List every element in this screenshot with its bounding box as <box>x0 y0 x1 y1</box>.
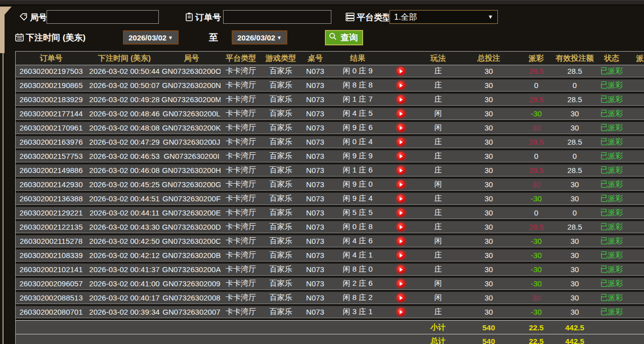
replay-play-icon[interactable] <box>397 208 405 217</box>
replay-play-icon[interactable] <box>397 180 405 189</box>
table-cell: N073 <box>300 193 330 205</box>
table-cell <box>629 164 644 177</box>
order-number-input[interactable] <box>223 10 331 24</box>
subtotal-total-bet: 540 <box>460 321 517 334</box>
table-cell <box>629 264 644 276</box>
play-triangle-icon <box>400 140 403 144</box>
table-cell: 2026-03-02 00:48:08 <box>87 122 162 134</box>
round-number-label: 局号 <box>19 12 47 24</box>
subtotal-row: 小计 540 22.5 442.5 <box>16 320 644 334</box>
table-cell: 30 <box>460 164 517 177</box>
column-header: 结果 <box>330 52 385 65</box>
table-cell: 百家乐 <box>261 65 300 77</box>
table-cell: 2026-03-02 00:41:00 <box>87 278 162 290</box>
replay-cell <box>385 207 416 219</box>
table-cell: -30 <box>517 278 555 290</box>
play-triangle-icon <box>400 112 403 116</box>
replay-play-icon[interactable] <box>397 109 405 118</box>
round-number-input[interactable] <box>47 10 159 24</box>
table-cell: GN0732630200I <box>162 150 221 162</box>
side-panel-handle[interactable] <box>0 7 5 53</box>
play-triangle-icon <box>400 253 403 257</box>
table-row: 2603020020807012026-03-02 00:39:34GN0732… <box>16 306 644 320</box>
play-triangle-icon <box>400 168 403 173</box>
date-from-picker[interactable]: 2026/03/02▼ <box>123 30 179 45</box>
table-cell: GN0732630200L <box>162 108 221 120</box>
replay-play-icon[interactable] <box>397 293 405 302</box>
table-cell: N073 <box>300 164 330 177</box>
table-cell: N073 <box>300 207 330 219</box>
platform-type-select[interactable]: 1.全部▼ <box>390 10 498 24</box>
table-cell: 2026-03-02 00:48:46 <box>87 108 162 120</box>
table-cell <box>629 235 644 247</box>
replay-play-icon[interactable] <box>397 308 405 316</box>
table-cell: 2026-03-02 00:47:29 <box>87 136 162 148</box>
date-to-picker[interactable]: 2026/03/02▼ <box>232 30 287 45</box>
date-range-to-label: 至 <box>209 31 218 44</box>
replay-play-icon[interactable] <box>397 67 405 75</box>
replay-cell <box>385 94 416 106</box>
table-cell: 30 <box>460 150 517 162</box>
play-triangle-icon <box>400 154 403 158</box>
status-badge: 已派彩 <box>594 221 629 233</box>
table-cell: 卡卡湾厅 <box>221 150 261 162</box>
replay-play-icon[interactable] <box>397 251 405 260</box>
table-cell: 30 <box>460 292 517 304</box>
table-cell: 260302002170961 <box>16 122 87 134</box>
table-row: 2603020021152782026-03-02 00:42:50GN0732… <box>16 235 644 249</box>
column-header: 有效投注额 <box>555 52 594 65</box>
replay-cell <box>385 278 416 290</box>
table-cell: 闲 9 庄 9 <box>330 150 385 162</box>
table-cell: 闲 4 庄 5 <box>330 108 385 120</box>
replay-play-icon[interactable] <box>397 237 405 245</box>
replay-cell <box>385 79 416 92</box>
chevron-down-icon: ▼ <box>277 35 282 40</box>
table-cell: 30 <box>555 292 594 304</box>
replay-play-icon[interactable] <box>397 123 405 132</box>
replay-play-icon[interactable] <box>397 265 405 274</box>
table-cell: N073 <box>300 264 330 276</box>
table-cell: GN0732630200B <box>162 249 221 262</box>
table-cell: 闲 2 庄 6 <box>330 278 385 290</box>
search-button[interactable]: 查询 <box>325 30 363 45</box>
replay-play-icon[interactable] <box>397 81 405 90</box>
table-cell: 卡卡湾厅 <box>221 207 261 219</box>
table-cell: 30 <box>517 122 555 134</box>
table-cell: 闲 8 庄 8 <box>330 79 385 92</box>
table-cell: 庄 <box>416 193 460 205</box>
table-cell: 闲 1 庄 7 <box>330 94 385 106</box>
table-cell: GN0732630200N <box>162 79 221 92</box>
column-header: 状态 <box>594 52 629 65</box>
replay-play-icon[interactable] <box>397 95 405 104</box>
table-cell: 卡卡湾厅 <box>221 179 261 191</box>
table-cell <box>629 79 644 92</box>
side-panel-handle-tip <box>5 7 12 15</box>
status-badge: 已派彩 <box>594 306 629 318</box>
table-row: 2603020021908652026-03-02 00:50:07GN0732… <box>16 79 644 94</box>
table-cell: 2026-03-02 00:42:50 <box>87 235 162 247</box>
table-cell: 百家乐 <box>261 235 300 247</box>
table-cell: 卡卡湾厅 <box>221 221 261 233</box>
grand-total-valid-bet: 442.5 <box>555 334 594 344</box>
status-badge: 已派彩 <box>594 108 629 120</box>
replay-cell <box>385 235 416 247</box>
table-cell: 卡卡湾厅 <box>221 94 261 106</box>
replay-play-icon[interactable] <box>397 279 405 288</box>
replay-play-icon[interactable] <box>397 138 405 146</box>
column-header: 派彩 <box>517 52 555 65</box>
replay-play-icon[interactable] <box>397 223 405 231</box>
subtotal-payout: 22.5 <box>517 321 555 334</box>
table-cell: GN0732630200H <box>162 164 221 177</box>
table-cell: 2026-03-02 00:42:12 <box>87 249 162 262</box>
table-cell: 30 <box>460 193 517 205</box>
replay-play-icon[interactable] <box>397 166 405 175</box>
table-cell: GN07326302008 <box>162 292 221 304</box>
replay-play-icon[interactable] <box>397 152 405 160</box>
table-cell: 0 <box>517 207 555 219</box>
table-cell: 2026-03-02 00:44:51 <box>87 193 162 205</box>
table-header-row: 订单号下注时间 (美东)局号平台类型游戏类型桌号结果玩法总投注派彩有效投注额状态… <box>16 52 644 65</box>
table-cell: 庄 <box>416 94 460 106</box>
play-triangle-icon <box>400 197 403 201</box>
side-panel-divider <box>3 53 4 344</box>
replay-play-icon[interactable] <box>397 194 405 203</box>
